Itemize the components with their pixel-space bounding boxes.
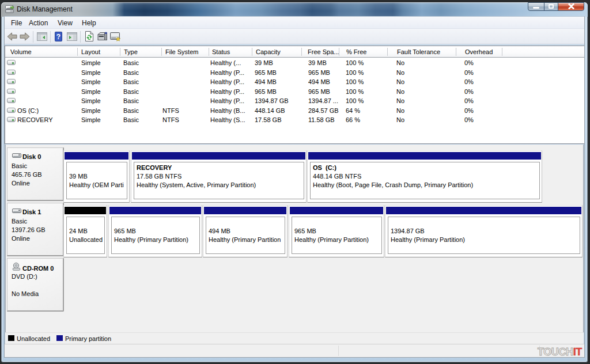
svg-text:?: ? [56, 33, 60, 41]
